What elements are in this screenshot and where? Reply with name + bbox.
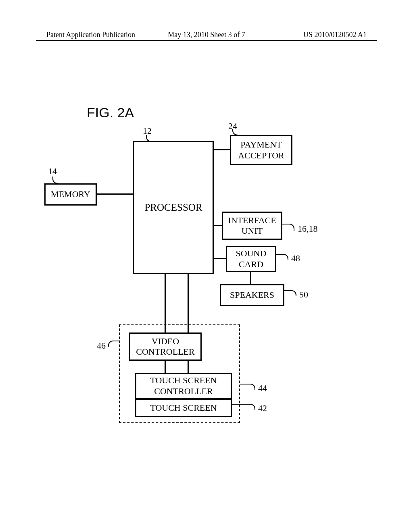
interface-label: INTERFACE UNIT — [228, 215, 276, 237]
leader-memory — [52, 177, 58, 184]
leader-touch-controller — [240, 384, 255, 390]
touch-screen-controller-block: TOUCH SCREEN CONTROLLER — [135, 373, 232, 399]
page-header: Patent Application Publication May 13, 2… — [0, 31, 413, 39]
memory-label: MEMORY — [51, 189, 90, 200]
connector-processor-payment — [214, 149, 230, 150]
header-divider — [36, 40, 377, 41]
touch-screen-block: TOUCH SCREEN — [135, 399, 232, 417]
leader-sound — [276, 254, 288, 260]
connector-sound-speakers — [250, 272, 251, 285]
video-controller-block: VIDEO CONTROLLER — [129, 332, 202, 361]
block-diagram: PROCESSOR PAYMENT ACCEPTOR MEMORY INTERF… — [0, 129, 413, 455]
interface-unit-block: INTERFACE UNIT — [222, 212, 282, 240]
connector-processor-video-vert — [165, 274, 166, 332]
connector-memory-processor — [97, 193, 133, 195]
processor-block: PROCESSOR — [133, 141, 214, 274]
payment-acceptor-block: PAYMENT ACCEPTOR — [230, 135, 292, 165]
speakers-label: SPEAKERS — [230, 290, 274, 300]
sound-card-block: SOUND CARD — [226, 246, 276, 272]
ref-speakers: 50 — [299, 289, 308, 300]
memory-block: MEMORY — [44, 183, 97, 206]
header-right-text: US 2010/0120502 A1 — [303, 31, 367, 39]
connector-processor-sound — [214, 258, 226, 259]
touch-screen-label: TOUCH SCREEN — [150, 403, 217, 413]
ref-memory: 14 — [48, 166, 57, 177]
connector-processor-interface — [214, 225, 222, 226]
ref-touch-controller: 44 — [258, 383, 267, 393]
video-label: VIDEO CONTROLLER — [136, 336, 194, 357]
leader-payment — [232, 129, 238, 135]
touch-controller-label: TOUCH SCREEN CONTROLLER — [150, 375, 217, 397]
leader-speakers — [284, 290, 296, 296]
ref-interface: 16,18 — [298, 224, 318, 234]
processor-label: PROCESSOR — [144, 202, 202, 214]
ref-video: 46 — [97, 341, 106, 351]
header-left-text: Patent Application Publication — [46, 31, 135, 39]
leader-interface — [282, 224, 294, 231]
payment-label: PAYMENT ACCEPTOR — [238, 139, 284, 161]
speakers-block: SPEAKERS — [220, 284, 284, 306]
sound-label: SOUND CARD — [236, 248, 267, 270]
ref-sound: 48 — [291, 253, 300, 264]
header-center-text: May 13, 2010 Sheet 3 of 7 — [168, 31, 245, 39]
leader-touch-screen — [232, 404, 255, 410]
ref-touch-screen: 42 — [258, 403, 267, 414]
figure-label: FIG. 2A — [87, 105, 134, 121]
leader-video — [108, 341, 119, 347]
